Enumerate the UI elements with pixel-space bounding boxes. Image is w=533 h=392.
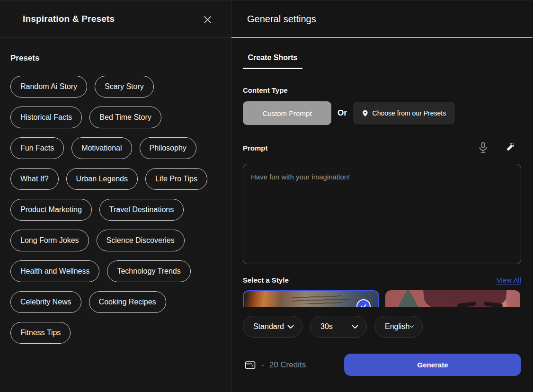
magic-wand-icon (505, 143, 515, 153)
preset-row: Historical FactsBed Time Story (10, 107, 222, 128)
preset-pill[interactable]: Travel Destinations (99, 199, 184, 221)
language-dropdown[interactable]: English (374, 316, 423, 338)
preset-pill[interactable]: Random Ai Story (10, 76, 87, 98)
preset-row: Fitness Tips (10, 322, 222, 344)
style-row: Select a Style View All (243, 276, 521, 284)
preset-pill[interactable]: Product Marketing (10, 199, 92, 221)
preset-row: Fun FactsMotivationalPhilosophy (10, 137, 222, 159)
preset-pill[interactable]: Historical Facts (10, 107, 82, 128)
preset-row: Celebrity NewsCooking Recipes (10, 291, 222, 313)
general-settings-panel: General settings Create Shorts Content T… (231, 0, 533, 392)
preset-row: Long Form JokesScience Discoveries (10, 230, 222, 251)
left-panel-header: Inspiration & Presets (0, 0, 231, 38)
preset-row: Random Ai StoryScary Story (10, 76, 222, 98)
language-value: English (385, 322, 409, 331)
ai-enhance-button[interactable] (505, 143, 515, 153)
inspiration-presets-panel: Inspiration & Presets Presets Random Ai … (0, 0, 231, 392)
thumbnail-art (290, 294, 350, 304)
right-panel-header: General settings (231, 0, 533, 38)
preset-pill[interactable]: Long Form Jokes (10, 230, 89, 251)
preset-pill[interactable]: Fun Facts (10, 137, 64, 159)
generate-button[interactable]: Generate (344, 354, 521, 376)
or-label: Or (338, 108, 347, 118)
preset-row: Product MarketingTravel Destinations (10, 199, 222, 221)
duration-value: 30s (320, 322, 333, 331)
select-style-label: Select a Style (243, 276, 289, 284)
settings-body: Create Shorts Content Type Custom Prompt… (231, 38, 533, 392)
credits-dash: - (261, 360, 264, 370)
preset-pill[interactable]: Cooking Recipes (89, 291, 166, 313)
preset-pill[interactable]: Motivational (71, 137, 132, 159)
microphone-icon (479, 142, 488, 153)
wallet-icon (244, 359, 256, 371)
chevron-down-icon (352, 325, 358, 329)
voice-input-button[interactable] (479, 142, 488, 153)
preset-pill[interactable]: Scary Story (95, 76, 154, 98)
preset-pill[interactable]: Fitness Tips (10, 322, 71, 344)
choose-presets-label: Choose from our Presets (373, 109, 446, 117)
preset-pill[interactable]: Celebrity News (10, 291, 81, 313)
quality-dropdown[interactable]: Standard (243, 316, 302, 338)
presets-heading: Presets (10, 53, 222, 63)
preset-pill[interactable]: Technology Trends (107, 260, 190, 282)
presets-section: Presets Random Ai StoryScary StoryHistor… (0, 38, 231, 344)
custom-prompt-button[interactable]: Custom Prompt (243, 101, 331, 125)
tab-label: Create Shorts (248, 53, 298, 62)
options-row: Standard 30s English (243, 316, 521, 338)
preset-pill[interactable]: Life Pro Tips (145, 168, 207, 190)
preset-row: Health and WellnessTechnology Trends (10, 260, 222, 282)
credits-count: 20 Credits (269, 360, 306, 370)
footer-row: - 20 Credits Generate (243, 354, 521, 376)
preset-row: What If?Urban LegendsLife Pro Tips (10, 168, 222, 190)
close-button[interactable] (201, 13, 214, 26)
preset-pill[interactable]: Urban Legends (66, 168, 138, 190)
style-thumbnails-strip (243, 290, 521, 307)
content-type-label: Content Type (243, 86, 521, 94)
prompt-icons (479, 142, 521, 153)
credits-group: - 20 Credits (244, 359, 306, 371)
location-pin-icon (362, 110, 368, 117)
panel-title: Inspiration & Presets (23, 14, 115, 24)
style-thumbnail-comic[interactable] (385, 290, 520, 307)
page-title: General settings (247, 14, 316, 25)
preset-pill[interactable]: Bed Time Story (89, 107, 161, 128)
preset-pill[interactable]: Philosophy (140, 137, 196, 159)
tab-create-shorts[interactable]: Create Shorts (243, 53, 302, 69)
quality-value: Standard (253, 322, 284, 331)
preset-rows: Random Ai StoryScary StoryHistorical Fac… (10, 76, 222, 344)
prompt-label: Prompt (243, 144, 268, 152)
duration-dropdown[interactable]: 30s (310, 316, 367, 338)
close-icon (204, 16, 212, 24)
prompt-input[interactable] (243, 164, 521, 264)
chevron-down-icon (409, 325, 414, 329)
view-all-link[interactable]: View All (497, 276, 521, 284)
prompt-row: Prompt (243, 142, 521, 153)
chevron-down-icon (287, 325, 294, 329)
style-thumbnail-realistic-selected[interactable] (243, 290, 379, 307)
selected-check-badge (356, 299, 371, 307)
preset-pill[interactable]: Science Discoveries (97, 230, 185, 251)
check-icon (360, 303, 367, 307)
choose-presets-button[interactable]: Choose from our Presets (353, 102, 455, 125)
preset-pill[interactable]: What If? (10, 168, 59, 190)
preset-pill[interactable]: Health and Wellness (10, 260, 99, 282)
thumbnail-art (392, 290, 424, 307)
app-window: Inspiration & Presets Presets Random Ai … (0, 0, 533, 392)
content-type-row: Custom Prompt Or Choose from our Presets (243, 101, 521, 125)
